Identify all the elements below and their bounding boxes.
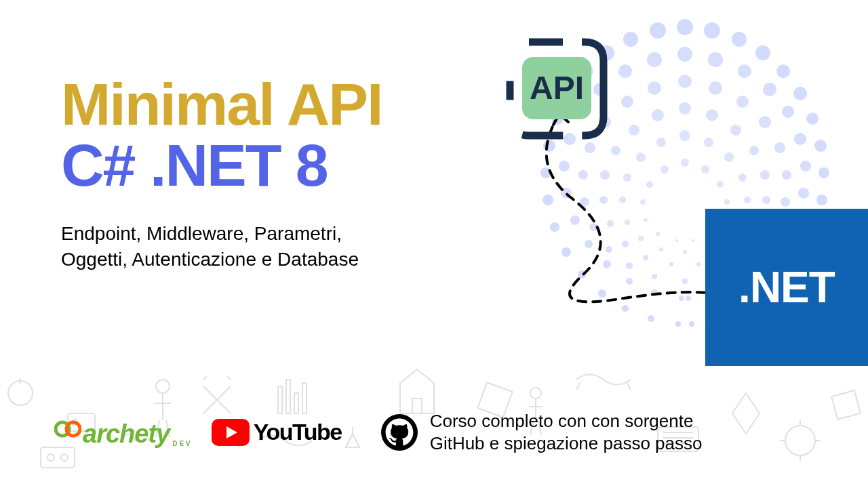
svg-point-66 [759,116,771,128]
svg-point-5 [623,32,638,47]
svg-point-144 [47,454,54,461]
svg-point-56 [626,278,633,285]
svg-point-62 [709,81,722,95]
svg-point-52 [585,240,593,248]
svg-point-70 [782,170,791,180]
svg-point-112 [625,220,630,225]
svg-point-47 [798,188,809,199]
svg-point-106 [636,152,646,162]
svg-point-71 [578,170,588,180]
subtitle-line-2: Oggetti, Autenticazione e Database [61,247,382,272]
svg-point-59 [686,296,691,301]
youtube-name: YouTube [254,419,342,445]
svg-point-38 [618,64,632,78]
youtube-icon [212,419,250,446]
svg-point-25 [578,270,586,279]
svg-point-39 [763,83,776,96]
svg-point-27 [598,289,606,298]
svg-point-37 [738,64,751,78]
github-line-2: GitHub e spiegazione passo passo [430,432,703,455]
github-block: Corso completo con con sorgente GitHub e… [381,410,703,454]
svg-point-114 [638,236,644,241]
svg-point-87 [629,125,639,136]
svg-point-35 [708,52,723,67]
svg-point-118 [681,159,689,167]
svg-point-54 [603,260,611,268]
svg-point-128 [656,232,660,236]
svg-point-46 [559,161,570,171]
svg-point-6 [755,45,770,60]
svg-point-12 [806,113,818,125]
svg-point-134 [156,380,170,393]
github-description: Corso completo con con sorgente GitHub e… [430,410,703,454]
svg-rect-136 [286,380,290,413]
svg-point-4 [732,32,747,47]
svg-point-75 [589,223,597,231]
svg-point-120 [660,165,669,174]
svg-point-88 [749,146,759,155]
svg-point-73 [580,197,589,207]
svg-point-41 [782,106,794,118]
svg-point-102 [679,130,690,141]
title-line-2: C# .NET 8 [61,134,382,197]
svg-point-16 [818,167,829,178]
svg-point-2 [704,22,720,39]
svg-point-91 [600,170,610,180]
svg-rect-138 [302,383,307,413]
svg-point-107 [738,174,747,182]
svg-point-99 [643,255,648,260]
svg-point-77 [606,246,612,253]
subtitle-line-1: Endpoint, Middleware, Parametri, [61,221,382,247]
dotnet-label: .NET [738,262,835,312]
subtitle: Endpoint, Middleware, Parametri, Oggetti… [61,221,382,272]
svg-point-97 [622,241,629,247]
archety-suffix: DEV [172,440,193,447]
svg-point-104 [656,138,666,147]
svg-point-95 [607,220,614,227]
svg-point-31 [648,315,654,322]
svg-point-103 [704,138,713,147]
svg-point-86 [730,125,741,136]
svg-point-117 [683,250,687,254]
svg-point-140 [530,388,541,399]
svg-point-81 [652,274,657,279]
title-line-1: Minimal API [61,75,382,134]
github-line-1: Corso completo con con sorgente [430,410,703,432]
svg-point-65 [621,96,633,108]
dotnet-logo: .NET [705,209,868,366]
svg-point-100 [696,262,701,266]
svg-point-109 [744,197,751,203]
archety-mark-icon [54,415,81,443]
svg-point-29 [622,305,629,312]
svg-point-18 [816,195,827,205]
svg-point-126 [644,218,648,222]
archety-name: archety [83,420,170,449]
svg-point-79 [626,262,633,269]
svg-point-1 [677,19,693,35]
svg-text:API: API [530,70,584,106]
svg-point-45 [800,161,811,171]
svg-point-64 [736,96,749,108]
svg-point-116 [659,247,663,251]
svg-point-23 [561,247,571,257]
svg-point-145 [61,454,68,461]
svg-point-90 [760,170,770,180]
svg-point-32 [689,321,694,327]
svg-rect-135 [278,386,282,413]
svg-point-93 [599,196,608,204]
svg-point-48 [561,188,572,199]
svg-point-21 [550,222,559,232]
svg-point-131 [8,381,33,405]
svg-point-82 [682,279,688,284]
archety-logo: archety DEV [54,415,193,449]
svg-point-3 [650,22,666,39]
svg-point-50 [570,216,580,225]
svg-point-72 [781,197,790,207]
svg-point-122 [646,181,653,188]
svg-point-34 [677,47,692,62]
svg-point-63 [648,81,661,95]
svg-point-129 [692,239,694,242]
svg-point-92 [762,196,770,204]
youtube-logo: YouTube [212,419,342,446]
svg-point-33 [675,321,681,327]
